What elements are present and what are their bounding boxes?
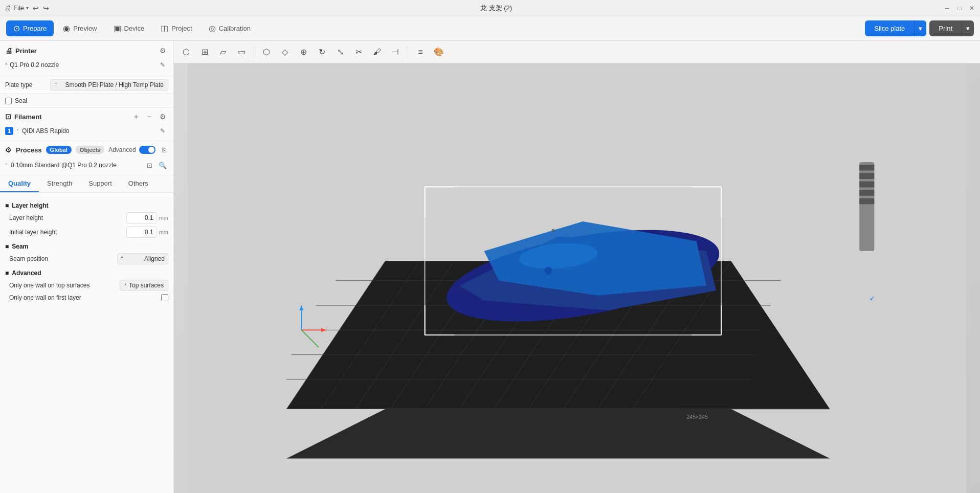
printer-name-row: ˅ Q1 Pro 0.2 nozzle ✎ [5,58,168,72]
cut-button[interactable]: ✂ [350,44,367,60]
add-filament-icon[interactable]: + [130,111,142,122]
view-grid-button[interactable]: ⊞ [196,44,213,60]
rotate-button[interactable]: ↻ [314,44,330,60]
svg-point-24 [544,267,552,275]
tab-prepare[interactable]: ⊙ Prepare [6,20,54,36]
filament-controls: + − ⚙ [130,111,168,122]
project-label: Project [171,25,192,32]
window-title: 龙 支架 (2) [49,4,943,13]
process-section: ⚙ Process Global Objects Advanced ⎘ ≡ ˅ … [0,141,173,175]
svg-rect-46 [859,198,874,205]
preview-label: Preview [73,25,97,32]
one-wall-first-row: Only one wall on first layer [5,294,168,301]
svg-rect-42 [859,165,874,171]
move-button[interactable]: ⊕ [295,44,311,60]
scale-button[interactable]: ⤡ [332,44,348,60]
minimize-button[interactable]: ─ [943,4,951,12]
filament-settings-icon[interactable]: ⚙ [157,111,168,122]
select-button[interactable]: ◇ [277,44,293,60]
tab-preview[interactable]: ◉ Preview [56,20,104,36]
scene-svg: 245×245 ↙ [174,63,980,493]
printer-name-display: ˅ Q1 Pro 0.2 nozzle [5,61,59,69]
tab-others[interactable]: Others [120,175,157,192]
one-wall-first-checkbox-wrap [161,294,168,301]
process-copy-icon[interactable]: ⎘ [159,144,170,155]
print-button[interactable]: Print [929,20,962,36]
filament-header: ⊡ Filament + − ⚙ [5,111,168,122]
global-tag[interactable]: Global [46,146,72,154]
svg-rect-44 [859,182,874,188]
calibration-label: Calibration [219,25,251,32]
maximize-button[interactable]: □ [955,4,964,12]
file-label[interactable]: File [13,4,24,12]
initial-layer-height-label: Initial layer height [9,229,126,236]
slice-plate-button[interactable]: Slice plate [865,20,914,36]
seal-checkbox[interactable] [5,98,12,104]
measure-button[interactable]: ⊣ [387,44,404,60]
advanced-group-label: Advanced [12,270,41,277]
search-preset-icon[interactable]: 🔍 [157,160,168,171]
tab-quality[interactable]: Quality [0,175,39,192]
initial-layer-height-input-wrap: mm [126,227,168,238]
extra-btn[interactable]: ≡ [412,44,429,60]
printer-settings-icon[interactable]: ⚙ [157,45,168,56]
edit-filament-icon[interactable]: ✎ [157,125,168,137]
save-preset-icon[interactable]: ⊡ [144,160,155,171]
edit-printer-icon[interactable]: ✎ [157,59,168,71]
view-ortho-button[interactable]: ▭ [233,44,250,60]
slice-dropdown-button[interactable]: ▾ [914,20,926,36]
layer-height-label: Layer height [9,214,126,221]
process-header: ⚙ Process Global Objects Advanced ⎘ ≡ [5,144,168,155]
toolbar: ⬡ ⊞ ▱ ▭ ⬡ ◇ ⊕ ↻ ⤡ ✂ 🖌 ⊣ ≡ 🎨 [174,41,980,63]
seam-position-select[interactable]: ˅ Aligned [117,253,168,264]
tab-calibration[interactable]: ◎ Calibration [202,20,258,36]
color-button[interactable]: 🎨 [431,44,447,60]
advanced-group: ■ Advanced [5,270,168,277]
plate-type-select[interactable]: ˅ Smooth PEI Plate / High Temp Plate [50,79,168,91]
advanced-label: Advanced [108,146,136,153]
one-wall-first-checkbox[interactable] [161,294,168,301]
chevron-icon: ˅ [55,82,57,88]
layer-height-group: ■ Layer height [5,202,168,209]
quality-tabs: Quality Strength Support Others [0,175,173,193]
seal-row: Seal [0,94,173,108]
orient-button[interactable]: ⬡ [258,44,275,60]
seam-position-value: Aligned [144,255,165,262]
filament-section: ⊡ Filament + − ⚙ 1 ˅ QIDI ABS Rapido ✎ [0,108,173,141]
file-chevron[interactable]: ▾ [26,5,29,11]
titlebar: 🖨 File ▾ ↩ ↪ 龙 支架 (2) ─ □ ✕ [0,0,980,16]
advanced-switch[interactable] [139,146,155,154]
initial-layer-height-input[interactable] [126,227,157,238]
undo-icon[interactable]: ↩ [33,4,39,12]
file-menu[interactable]: 🖨 File ▾ [4,4,29,12]
tab-support[interactable]: Support [80,175,120,192]
window-controls[interactable]: ─ □ ✕ [943,4,976,12]
one-wall-top-value: Top surfaces [129,282,164,289]
one-wall-top-select[interactable]: ˅ Top surfaces [120,280,168,291]
viewport-3d[interactable]: 245×245 ↙ [174,63,980,493]
view-flat-button[interactable]: ▱ [215,44,231,60]
app-icon: 🖨 [4,4,11,12]
objects-tag[interactable]: Objects [76,146,104,154]
remove-filament-icon[interactable]: − [144,111,155,122]
svg-point-25 [566,266,571,271]
chevron-icon: ˅ [16,128,19,134]
print-dropdown-button[interactable]: ▾ [962,20,974,36]
redo-icon[interactable]: ↪ [43,4,49,12]
view-3d-button[interactable]: ⬡ [178,44,194,60]
tab-device[interactable]: ▣ Device [106,20,152,36]
paint-button[interactable]: 🖌 [369,44,385,60]
printer-icon: 🖨 [5,47,12,55]
main-area: 🖨 Printer ⚙ ˅ Q1 Pro 0.2 nozzle ✎ Plate … [0,41,980,493]
plate-type-row: Plate type ˅ Smooth PEI Plate / High Tem… [0,76,173,94]
close-button[interactable]: ✕ [968,4,976,12]
printer-section: 🖨 Printer ⚙ ˅ Q1 Pro 0.2 nozzle ✎ [0,41,173,76]
group-icon: ■ [5,202,9,209]
tab-strength[interactable]: Strength [39,175,80,192]
initial-layer-height-row: Initial layer height mm [5,227,168,238]
advanced-toggle: Advanced ⎘ ≡ [108,144,174,155]
layer-height-group-label: Layer height [12,202,48,209]
tab-project[interactable]: ◫ Project [153,20,199,36]
layer-height-input[interactable] [126,212,157,223]
chevron-icon: ˅ [5,163,8,168]
